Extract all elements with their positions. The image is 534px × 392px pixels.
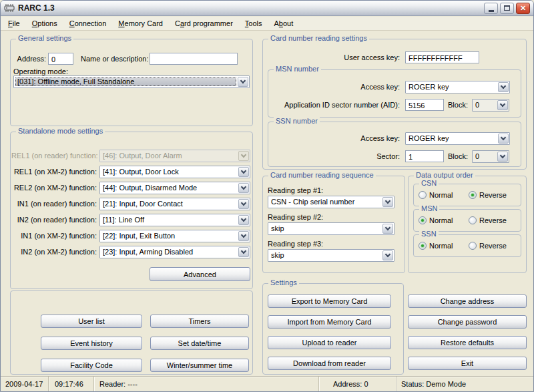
in1-on-xm2-function-combobox[interactable]: [22]: Input, Exit Button bbox=[99, 230, 250, 242]
chevron-down-icon[interactable] bbox=[238, 231, 249, 241]
msn-block-combobox[interactable]: 0 bbox=[472, 99, 509, 112]
ssn-sector-label: Sector: bbox=[281, 152, 400, 160]
ssn-normal-radio[interactable]: Normal bbox=[419, 242, 453, 250]
rel1-on-xm2-function-label: REL1 (on XM-2) function: bbox=[11, 168, 97, 176]
reading-step-2-label: Reading step #2: bbox=[268, 213, 323, 221]
timers-button[interactable]: Timers bbox=[150, 315, 249, 328]
restore-defaults-button[interactable]: Restore defaults bbox=[408, 336, 527, 349]
menu-item-connection[interactable]: Connection bbox=[63, 17, 113, 29]
maximize-button[interactable] bbox=[500, 3, 514, 14]
address-input[interactable] bbox=[48, 53, 73, 65]
menu-item-tools[interactable]: Tools bbox=[239, 17, 268, 29]
name-description-input[interactable] bbox=[150, 53, 238, 65]
menu-item-memory-card[interactable]: Memory Card bbox=[112, 17, 169, 29]
rel1-on-reader-function-combobox: [46]: Output, Door Alarm bbox=[99, 150, 250, 162]
chevron-down-icon[interactable] bbox=[497, 152, 508, 162]
msn-access-key-combobox[interactable]: ROGER key bbox=[405, 81, 510, 93]
download-from-reader-button[interactable]: Download from reader bbox=[268, 357, 391, 370]
name-description-label: Name or description: bbox=[81, 55, 149, 63]
facility-code-button[interactable]: Facility Code bbox=[41, 359, 142, 372]
ssn-reverse-radio[interactable]: Reverse bbox=[469, 242, 507, 250]
reading-step-1-label: Reading step #1: bbox=[268, 186, 323, 194]
user-access-key-input[interactable] bbox=[405, 51, 479, 63]
ssn-access-key-combobox[interactable]: ROGER key bbox=[405, 132, 510, 145]
chevron-down-icon[interactable] bbox=[238, 215, 249, 225]
group-ssn-number-title: SSN number bbox=[274, 117, 320, 125]
operating-mode-combobox[interactable]: [031]: Offline mode, Full Standalone bbox=[13, 75, 250, 88]
ssn-sector-input[interactable] bbox=[405, 150, 444, 162]
chevron-down-icon[interactable] bbox=[238, 183, 249, 193]
chevron-down-icon[interactable] bbox=[498, 82, 509, 92]
status-mode: Status: Demo Mode bbox=[396, 377, 533, 391]
msn-normal-radio[interactable]: Normal bbox=[419, 216, 453, 224]
chevron-down-icon[interactable] bbox=[497, 100, 508, 110]
rel2-on-xm2-function-label: REL2 (on XM-2) function: bbox=[11, 184, 97, 192]
group-reading-sequence-title: Card number reading sequence bbox=[268, 171, 376, 179]
ssn-block-label: Block: bbox=[441, 152, 468, 160]
winter-summer-time-button[interactable]: Winter/summer time bbox=[150, 359, 249, 372]
aid-label: Application ID sector number (AID): bbox=[268, 101, 400, 109]
event-history-button[interactable]: Event history bbox=[41, 337, 142, 350]
menubar: File Options Connection Memory Card Card… bbox=[1, 17, 533, 31]
in1-on-reader-function-combobox[interactable]: [21]: Input, Door Contact bbox=[99, 198, 250, 210]
in1-on-xm2-function-label: IN1 (on XM-2) function: bbox=[11, 232, 97, 240]
group-data-output-order-title: Data output order bbox=[414, 171, 475, 179]
radio-icon[interactable] bbox=[469, 242, 477, 250]
radio-icon[interactable] bbox=[419, 191, 427, 199]
radio-icon[interactable] bbox=[469, 216, 477, 224]
window-title: RARC 1.3 bbox=[18, 3, 482, 13]
statusbar: 2009-04-17 09:17:46 Reader: ---- Address… bbox=[1, 376, 533, 391]
change-password-button[interactable]: Change password bbox=[408, 315, 527, 329]
ssn-block-combobox[interactable]: 0 bbox=[472, 150, 509, 163]
import-from-memory-card-button[interactable]: Import from Memory Card bbox=[268, 315, 391, 329]
reading-step-1-combobox[interactable]: CSN - Chip serial number bbox=[268, 196, 394, 208]
in2-on-xm2-function-label: IN2 (on XM-2) function: bbox=[11, 248, 97, 256]
minimize-icon bbox=[489, 10, 494, 12]
msn-reverse-radio[interactable]: Reverse bbox=[469, 216, 507, 224]
exit-button[interactable]: Exit bbox=[408, 357, 527, 370]
chevron-down-icon[interactable] bbox=[238, 247, 249, 257]
chevron-down-icon[interactable] bbox=[382, 250, 393, 260]
chevron-down-icon[interactable] bbox=[238, 77, 248, 87]
menu-item-about[interactable]: About bbox=[268, 17, 300, 29]
in2-on-reader-function-combobox[interactable]: [11]: Line Off bbox=[99, 214, 250, 226]
radio-icon[interactable] bbox=[419, 216, 427, 224]
menu-item-options[interactable]: Options bbox=[26, 17, 63, 29]
change-address-button[interactable]: Change address bbox=[408, 295, 527, 308]
user-list-button[interactable]: User list bbox=[41, 315, 142, 328]
in1-on-reader-function-label: IN1 (on reader) function: bbox=[11, 200, 97, 208]
in2-on-xm2-function-combobox[interactable]: [23]: Input, Arming Disabled bbox=[99, 246, 250, 258]
chevron-down-icon[interactable] bbox=[238, 167, 249, 177]
application-window: RARC 1.3 ✕ File Options Connection Memor… bbox=[0, 0, 534, 392]
menu-item-card-programmer[interactable]: Card programmer bbox=[169, 17, 239, 29]
radio-icon[interactable] bbox=[419, 242, 427, 250]
reading-step-2-combobox[interactable]: skip bbox=[268, 222, 394, 235]
menu-item-file[interactable]: File bbox=[2, 17, 26, 29]
rel1-on-xm2-function-combobox[interactable]: [41]: Output, Door Lock bbox=[99, 166, 250, 178]
reading-step-3-label: Reading step #3: bbox=[268, 240, 323, 248]
rel2-on-xm2-function-combobox[interactable]: [44]: Output, Disarmed Mode bbox=[99, 182, 250, 194]
group-msn-number-title: MSN number bbox=[274, 65, 321, 73]
status-time: 09:17:46 bbox=[49, 377, 94, 391]
rel1-on-reader-function-label: REL1 (on reader) function: bbox=[11, 152, 97, 160]
group-msn-order-title: MSN bbox=[419, 204, 439, 212]
status-address: Address: 0 bbox=[319, 377, 396, 391]
chevron-down-icon[interactable] bbox=[382, 197, 393, 207]
chevron-down-icon[interactable] bbox=[382, 224, 393, 234]
aid-input[interactable] bbox=[405, 99, 444, 111]
advanced-button[interactable]: Advanced bbox=[150, 267, 250, 281]
in2-on-reader-function-label: IN2 (on reader) function: bbox=[11, 216, 97, 224]
export-to-memory-card-button[interactable]: Export to Memory Card bbox=[268, 295, 391, 308]
chevron-down-icon[interactable] bbox=[238, 199, 249, 209]
chevron-down-icon[interactable] bbox=[498, 134, 509, 144]
status-reader: Reader: ---- bbox=[94, 377, 319, 391]
radio-icon[interactable] bbox=[469, 191, 477, 199]
csn-reverse-radio[interactable]: Reverse bbox=[469, 191, 507, 199]
close-button[interactable]: ✕ bbox=[516, 3, 530, 14]
msn-access-key-label: Access key: bbox=[281, 83, 400, 91]
reading-step-3-combobox[interactable]: skip bbox=[268, 249, 394, 262]
csn-normal-radio[interactable]: Normal bbox=[419, 191, 453, 199]
set-datetime-button[interactable]: Set date/time bbox=[150, 337, 249, 350]
upload-to-reader-button[interactable]: Upload to reader bbox=[268, 336, 391, 349]
minimize-button[interactable] bbox=[484, 3, 498, 14]
